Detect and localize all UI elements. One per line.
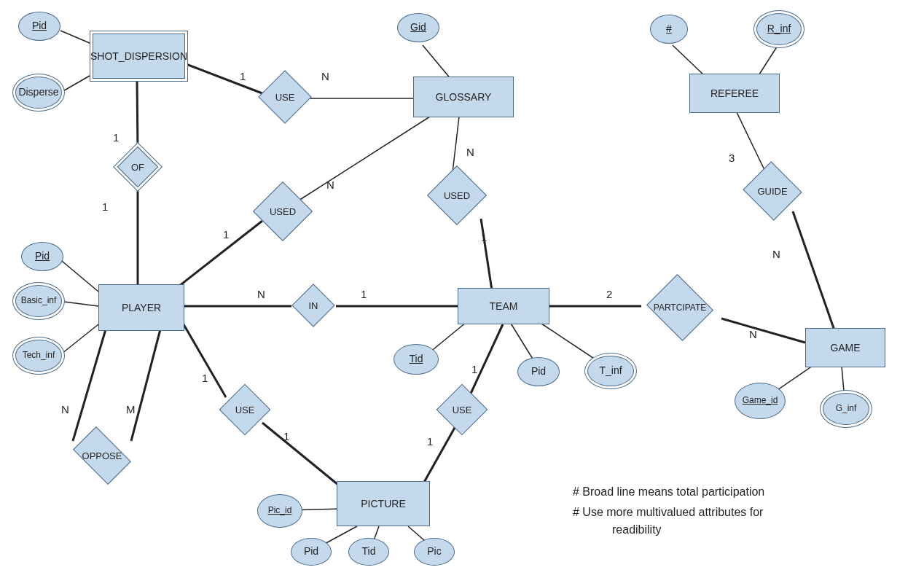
card-gl-use-n: N (321, 70, 329, 82)
entity-player-label: PLAYER (122, 302, 161, 313)
attr-picture-pid: Pid (291, 538, 332, 566)
attr-sd-disperse: Disperse (12, 74, 65, 112)
attr-player-pid: Pid (21, 242, 63, 271)
svg-line-32 (470, 324, 503, 395)
card-gl-used-pl-n: N (326, 179, 334, 191)
card-oppose-m: M (126, 403, 136, 415)
rel-used-player-glossary-label: USED (270, 206, 296, 217)
attr-referee-num: # (650, 15, 688, 44)
card-tm-part-2: 2 (606, 288, 612, 300)
attr-sd-disperse-label: Disperse (15, 77, 62, 109)
card-ref-guide-3: 3 (729, 152, 735, 164)
attr-player-basicinf-label: Basic_inf (15, 285, 62, 317)
attr-glossary-gid-label: Gid (410, 22, 426, 33)
entity-team: TEAM (458, 288, 549, 324)
attr-team-tid: Tid (394, 344, 439, 375)
attr-sd-pid-label: Pid (32, 20, 47, 31)
rel-oppose-label: OPPOSE (82, 450, 122, 461)
svg-line-28 (73, 329, 106, 441)
svg-line-35 (721, 319, 805, 343)
entity-picture: PICTURE (337, 481, 430, 526)
svg-line-30 (184, 324, 226, 397)
attr-team-tinf-label: T_inf (587, 356, 634, 386)
entity-player: PLAYER (98, 284, 184, 331)
attr-referee-rinf-label: R_inf (767, 23, 791, 34)
attr-picture-pic: Pic (414, 538, 455, 566)
card-tm-in-1: 1 (361, 288, 367, 300)
svg-line-36 (793, 211, 834, 330)
card-tm-usepic-1b: 1 (427, 435, 433, 448)
attr-player-techinf-label: Tech_inf (15, 340, 62, 372)
svg-line-18 (299, 117, 430, 200)
card-game-guide-n: N (772, 248, 780, 260)
attr-game-ginf-label: G_inf (823, 393, 869, 425)
entity-referee: REFEREE (689, 74, 780, 113)
attr-team-tid-label: Tid (410, 354, 423, 364)
entity-glossary-label: GLOSSARY (436, 91, 492, 103)
attr-referee-num-label: # (666, 23, 672, 34)
attr-picture-pid-label: Pid (304, 546, 318, 557)
attr-referee-rinf: R_inf (753, 10, 804, 48)
rel-guide-label: GUIDE (757, 186, 787, 197)
card-pl-of-1: 1 (102, 200, 108, 213)
svg-line-29 (131, 329, 160, 441)
attr-player-basicinf: Basic_inf (12, 282, 65, 320)
svg-line-21 (181, 62, 266, 95)
svg-line-20 (736, 111, 765, 171)
card-pl-usepic-1b: 1 (283, 430, 289, 442)
attr-picture-pic-label: Pic (427, 546, 441, 557)
attr-game-id-label: Game_id (743, 396, 778, 405)
entity-team-label: TEAM (490, 300, 518, 312)
attr-team-pid: Pid (517, 357, 560, 386)
card-gl-used-tm-n: N (466, 146, 474, 158)
rel-in-label: IN (309, 300, 318, 311)
attr-sd-pid: Pid (18, 12, 60, 41)
card-game-part-n: N (749, 328, 757, 340)
card-oppose-n: N (61, 403, 69, 415)
rel-use-sd-glossary-label: USE (275, 92, 295, 103)
attr-game-id: Game_id (735, 383, 786, 419)
entity-picture-label: PICTURE (361, 498, 405, 509)
card-sd-of-1: 1 (113, 131, 119, 144)
card-pl-in-n: N (257, 288, 265, 300)
entity-game-label: GAME (830, 342, 860, 354)
svg-line-25 (481, 219, 492, 290)
svg-line-24 (179, 221, 262, 286)
entity-game: GAME (805, 328, 885, 367)
note-2: # Use more multivalued attributes for (573, 506, 763, 519)
entity-referee-label: REFEREE (710, 87, 759, 99)
attr-player-techinf: Tech_inf (12, 337, 65, 375)
svg-line-3 (58, 258, 98, 292)
card-pl-used-1: 1 (223, 228, 229, 241)
note-3: readibility (612, 523, 662, 536)
note-1: # Broad line means total participation (573, 485, 764, 499)
card-tm-usepic-1a: 1 (471, 363, 477, 375)
entity-shot-dispersion: SHOT_DISPERSION (90, 31, 188, 82)
attr-picture-tid: Tid (348, 538, 389, 566)
attr-picture-picid-label: Pic_id (268, 506, 292, 515)
rel-of-label: OF (131, 162, 144, 173)
svg-line-31 (262, 423, 342, 488)
rel-use-team-picture-label: USE (453, 405, 472, 415)
attr-team-pid-label: Pid (531, 366, 546, 377)
card-tm-used-1: 1 (481, 231, 487, 243)
card-pl-usepic-1a: 1 (202, 372, 208, 384)
attr-picture-picid: Pic_id (257, 494, 302, 528)
svg-line-2 (423, 45, 452, 80)
svg-line-13 (673, 45, 705, 77)
card-sd-use-1: 1 (240, 70, 246, 82)
attr-glossary-gid: Gid (397, 13, 439, 42)
rel-used-team-glossary-label: USED (444, 190, 470, 201)
rel-participate-label: PARTCIPATE (651, 302, 709, 313)
attr-picture-tid-label: Tid (362, 546, 376, 557)
attr-team-tinf: T_inf (584, 353, 637, 389)
attr-game-ginf: G_inf (820, 390, 872, 428)
entity-shot-dispersion-label: SHOT_DISPERSION (93, 34, 185, 79)
entity-glossary: GLOSSARY (413, 77, 514, 117)
attr-player-pid-label: Pid (35, 251, 50, 262)
svg-line-22 (137, 79, 138, 151)
rel-use-player-picture-label: USE (235, 405, 255, 415)
